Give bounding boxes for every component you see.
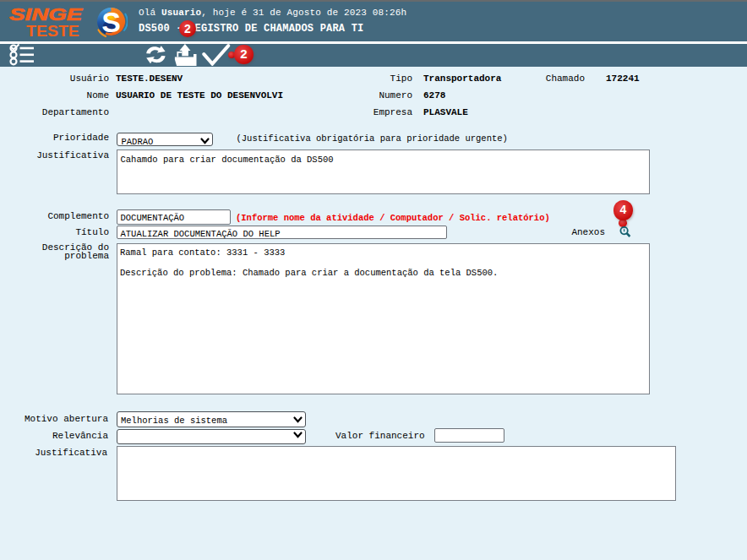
svg-text:S: S: [101, 6, 121, 38]
